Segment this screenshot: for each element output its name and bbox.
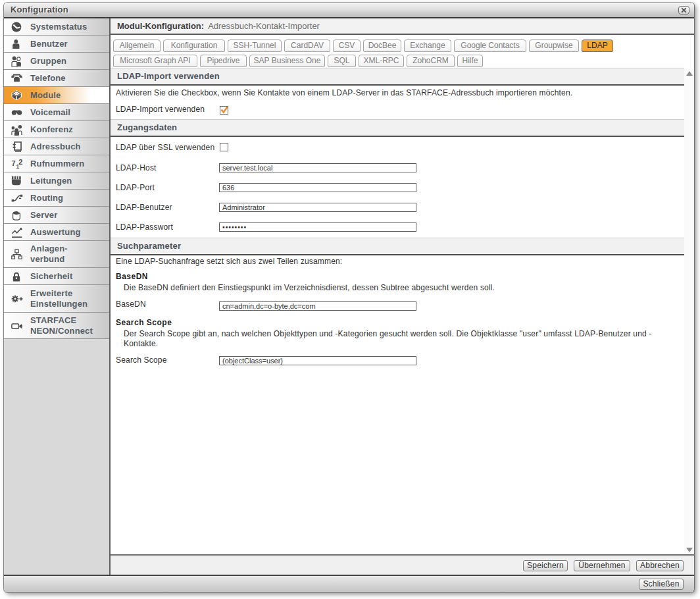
svg-text:7: 7 (12, 159, 16, 167)
svg-text:2: 2 (18, 159, 22, 166)
